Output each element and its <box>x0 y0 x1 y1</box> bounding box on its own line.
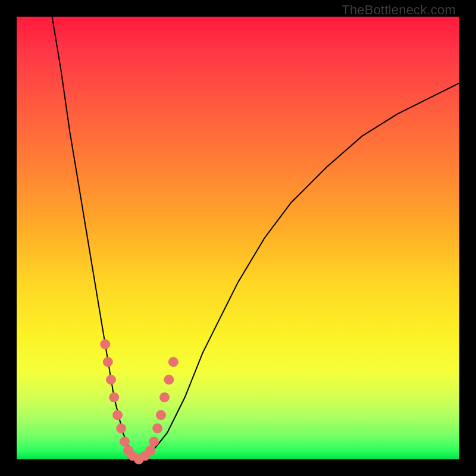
highlight-dot <box>146 446 155 455</box>
highlight-dots <box>101 340 178 464</box>
highlight-dot <box>103 357 112 367</box>
highlight-dot <box>153 424 162 433</box>
watermark-text: TheBottleneck.com <box>342 2 456 18</box>
highlight-dot <box>156 411 166 420</box>
highlight-dot <box>120 437 130 446</box>
chart-frame: TheBottleneck.com <box>0 0 476 476</box>
highlight-dot <box>164 375 174 384</box>
highlight-dot <box>101 340 110 349</box>
highlight-dot <box>117 424 126 433</box>
highlight-dot <box>107 375 116 384</box>
highlight-dot <box>160 393 170 402</box>
plot-area <box>17 17 459 459</box>
highlight-dot <box>113 411 123 420</box>
highlight-dot <box>168 357 178 367</box>
highlight-dot <box>109 393 119 402</box>
chart-svg <box>17 17 459 459</box>
highlight-dot <box>149 437 159 446</box>
